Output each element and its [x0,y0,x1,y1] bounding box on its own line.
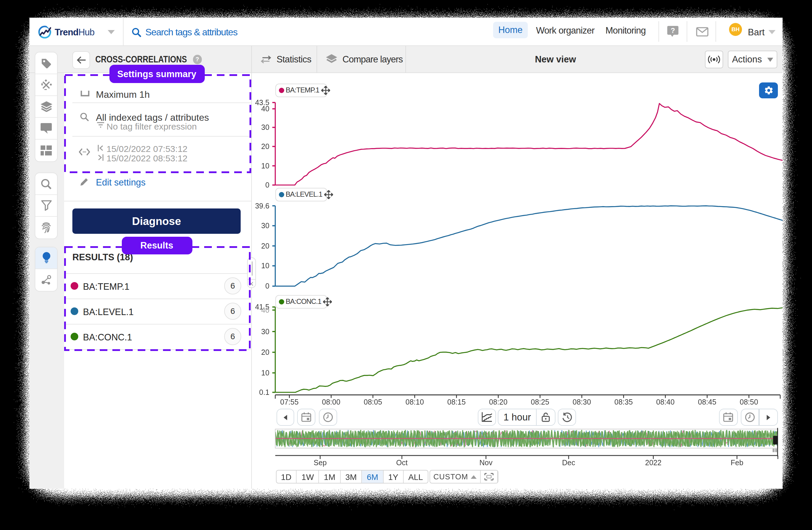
svg-text:07:55: 07:55 [280,398,299,406]
svg-text:30: 30 [261,327,270,336]
svg-text:10: 10 [261,262,270,270]
svg-text:10: 10 [261,162,270,170]
svg-text:40: 40 [261,306,270,314]
svg-text:39.6: 39.6 [255,202,270,210]
svg-text:08:35: 08:35 [614,398,633,406]
svg-text:40: 40 [261,104,270,113]
svg-text:08:50: 08:50 [740,398,758,406]
svg-text:Dec: Dec [562,458,575,467]
svg-text:08:10: 08:10 [405,398,424,406]
svg-text:08:45: 08:45 [698,398,716,406]
svg-text:10: 10 [261,369,270,377]
svg-text:0: 0 [265,181,270,189]
svg-text:Nov: Nov [480,458,493,467]
svg-text:08:00: 08:00 [322,398,340,406]
svg-text:08:40: 08:40 [656,398,675,406]
svg-text:08:30: 08:30 [572,398,591,406]
svg-text:0: 0 [265,282,270,290]
svg-text:Sep: Sep [314,458,327,467]
svg-text:08:05: 08:05 [364,398,382,406]
svg-text:08:15: 08:15 [447,398,466,406]
svg-text:Oct: Oct [396,458,408,467]
svg-text:2022: 2022 [645,458,662,467]
svg-text:08:20: 08:20 [489,398,508,406]
svg-text:Feb: Feb [730,458,743,467]
svg-text:0.1: 0.1 [259,388,270,396]
svg-text:20: 20 [261,242,270,250]
svg-text:08:25: 08:25 [531,398,549,406]
svg-text:30: 30 [261,221,270,230]
svg-text:20: 20 [261,348,270,356]
svg-text:20: 20 [261,142,270,151]
svg-text:30: 30 [261,123,270,131]
